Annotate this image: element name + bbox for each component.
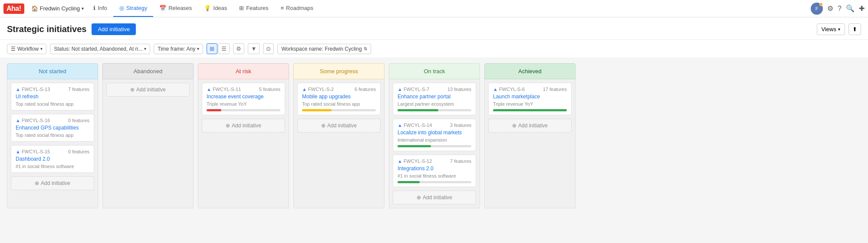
features-icon: ⊞	[239, 5, 244, 11]
chevron-down-icon: ▾	[144, 46, 146, 51]
progress-bar-background	[398, 109, 471, 111]
table-row: ▲ FWCYL-S-143 featuresLocalize into glob…	[393, 119, 476, 151]
logo[interactable]: Aha!	[3, 3, 24, 14]
plus-icon: ⊕	[130, 87, 135, 93]
card-title[interactable]: Localize into global markets	[398, 130, 471, 136]
card-id-text: FWCYL-S-16	[22, 118, 50, 123]
column-body-at-risk: ▲ FWCYL-S-115 featuresIncrease event cov…	[198, 79, 289, 208]
card-features: 6 features	[355, 87, 376, 92]
card-id-text: FWCYL-S-12	[404, 159, 432, 164]
workspace-name: Fredwin Cycling	[40, 5, 80, 12]
progress-bar-background	[302, 109, 376, 111]
add-initiative-column-button[interactable]: ⊕Add initiative	[106, 83, 190, 97]
card-subtitle: Triple revenue YoY	[493, 101, 567, 107]
workspace-selector[interactable]: 🏠 Fredwin Cycling ▾	[28, 3, 87, 13]
card-title[interactable]: UI refresh	[16, 94, 89, 100]
card-title[interactable]: Enhanced GPS capabilities	[16, 125, 89, 131]
card-features: 13 features	[447, 87, 471, 92]
list-view-button[interactable]: ☰	[218, 43, 230, 54]
avatar[interactable]: F	[811, 3, 823, 15]
page-header-right: Views ▾ ⬆	[817, 23, 861, 35]
table-row: ▲ FWCYL-S-713 featuresEnhance partner po…	[393, 83, 476, 115]
column-header-achieved: Achieved	[484, 63, 575, 79]
column-body-on-track: ▲ FWCYL-S-713 featuresEnhance partner po…	[389, 79, 480, 208]
card-subtitle: #1 in social fitness software	[398, 173, 471, 178]
add-button[interactable]: ✚	[859, 4, 865, 13]
initiative-icon: ▲	[398, 87, 402, 92]
help-button[interactable]: ?	[838, 5, 842, 13]
card-features: 0 features	[68, 149, 89, 154]
card-id: ▲ FWCYL-S-7	[398, 87, 429, 92]
column-some-progress: Some progress▲ FWCYL-S-26 featuresMobile…	[293, 63, 385, 208]
add-initiative-column-button[interactable]: ⊕Add initiative	[202, 119, 285, 133]
views-button[interactable]: Views ▾	[817, 23, 845, 35]
progress-bar-fill	[398, 145, 431, 147]
card-subtitle: International expansion	[398, 137, 471, 143]
card-subtitle: Largest partner ecosystem	[398, 101, 471, 107]
card-title[interactable]: Integrations 2.0	[398, 165, 471, 172]
circle-settings-button[interactable]: ⊙	[263, 43, 274, 54]
card-id-text: FWCYL-S-11	[213, 87, 241, 92]
card-id-text: FWCYL-S-6	[499, 87, 525, 92]
tab-features[interactable]: ⊞ Features	[233, 0, 274, 17]
card-id: ▲ FWCYL-S-16	[16, 118, 50, 123]
column-header-at-risk: At risk	[198, 63, 289, 79]
search-button[interactable]: 🔍	[846, 4, 855, 13]
settings-button[interactable]: ⚙	[827, 4, 833, 13]
progress-bar-fill	[493, 109, 567, 111]
initiative-icon: ▲	[493, 87, 498, 92]
column-body-achieved: ▲ FWCYL-S-617 featuresLaunch marketplace…	[484, 79, 575, 208]
add-initiative-column-button[interactable]: ⊕Add initiative	[488, 119, 572, 133]
card-subtitle: #1 in social fitness software	[16, 164, 89, 169]
tab-roadmaps[interactable]: ≡ Roadmaps	[274, 0, 319, 17]
add-initiative-column-button[interactable]: ⊕Add initiative	[297, 119, 381, 133]
add-initiative-button[interactable]: Add initiative	[92, 23, 136, 35]
filter-button[interactable]: ▼	[248, 43, 260, 54]
table-row: ▲ FWCYL-S-160 featuresEnhanced GPS capab…	[11, 114, 94, 142]
add-initiative-label: Add initiative	[136, 87, 166, 93]
column-header-not-started: Not started	[7, 63, 98, 79]
column-at-risk: At risk▲ FWCYL-S-115 featuresIncrease ev…	[198, 63, 289, 208]
initiative-icon: ▲	[302, 87, 307, 92]
card-id: ▲ FWCYL-S-15	[16, 149, 50, 154]
column-header-abandoned: Abandoned	[102, 63, 194, 79]
tab-info[interactable]: ℹ Info	[87, 0, 113, 17]
tab-strategy[interactable]: ◎ Strategy	[113, 0, 153, 17]
status-filter[interactable]: Status: Not started, Abandoned, At ri...…	[50, 44, 150, 54]
chevron-down-icon: ▾	[838, 27, 840, 32]
chevron-down-icon: ▾	[82, 6, 84, 11]
releases-icon: 📅	[159, 5, 166, 11]
add-initiative-column-button[interactable]: ⊕Add initiative	[393, 191, 476, 204]
card-title[interactable]: Enhance partner portal	[398, 94, 471, 100]
column-not-started: Not started▲ FWCYL-S-137 featuresUI refr…	[7, 63, 98, 208]
card-features: 3 features	[450, 123, 471, 128]
card-title[interactable]: Launch marketplace	[493, 94, 567, 100]
table-row: ▲ FWCYL-S-150 featuresDashboard 2.0#1 in…	[11, 145, 94, 173]
export-button[interactable]: ⬆	[848, 23, 861, 35]
card-title[interactable]: Mobile app upgrades	[302, 94, 376, 100]
initiative-icon: ▲	[16, 87, 20, 92]
chevron-down-icon: ⇅	[364, 46, 367, 51]
progress-bar-fill	[302, 109, 332, 111]
grid-view-button[interactable]: ⊞	[207, 43, 217, 54]
initiative-icon: ▲	[16, 149, 20, 154]
workspace-name-filter[interactable]: Workspace name: Fredwin Cycling ⇅	[277, 44, 371, 54]
card-features: 17 features	[543, 87, 567, 92]
page-title: Strategic initiatives	[7, 24, 86, 34]
card-features: 5 features	[259, 87, 280, 92]
tab-releases[interactable]: 📅 Releases	[153, 0, 198, 17]
add-initiative-label: Add initiative	[518, 123, 548, 129]
card-id: ▲ FWCYL-S-6	[493, 87, 525, 92]
settings-view-button[interactable]: ⚙	[233, 43, 244, 54]
add-initiative-column-button[interactable]: ⊕Add initiative	[11, 176, 94, 190]
ideas-icon: 💡	[204, 5, 211, 11]
nav-tabs: ℹ Info ◎ Strategy 📅 Releases 💡 Ideas ⊞ F…	[87, 0, 319, 17]
workflow-selector[interactable]: ☰ Workflow ▾	[7, 44, 46, 54]
column-header-some-progress: Some progress	[293, 63, 385, 79]
timeframe-filter[interactable]: Time frame: Any ▾	[154, 44, 203, 54]
column-body-not-started: ▲ FWCYL-S-137 featuresUI refreshTop rate…	[7, 79, 98, 208]
tab-ideas[interactable]: 💡 Ideas	[198, 0, 233, 17]
card-title[interactable]: Increase event coverage	[207, 94, 280, 100]
card-title[interactable]: Dashboard 2.0	[16, 156, 89, 162]
column-header-on-track: On track	[389, 63, 480, 79]
